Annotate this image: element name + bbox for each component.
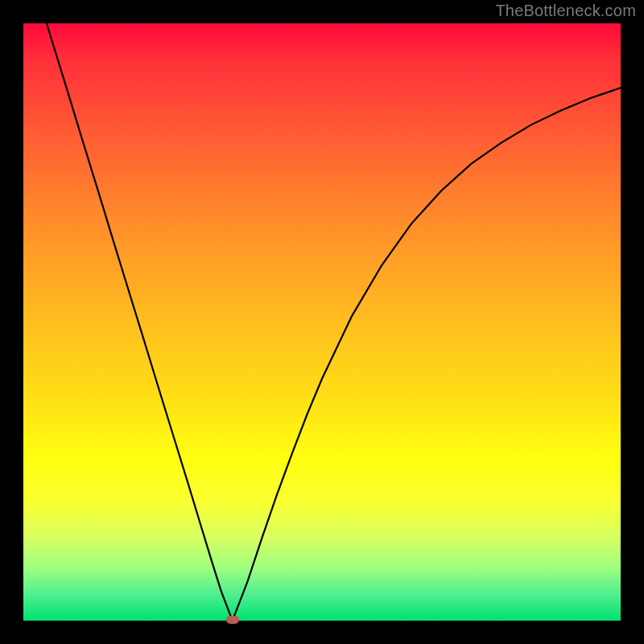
curve-layer bbox=[0, 0, 644, 644]
minimum-marker bbox=[226, 616, 239, 624]
bottleneck-curve bbox=[47, 23, 621, 621]
chart-frame: TheBottleneck.com bbox=[0, 0, 644, 644]
watermark-text: TheBottleneck.com bbox=[495, 2, 636, 20]
